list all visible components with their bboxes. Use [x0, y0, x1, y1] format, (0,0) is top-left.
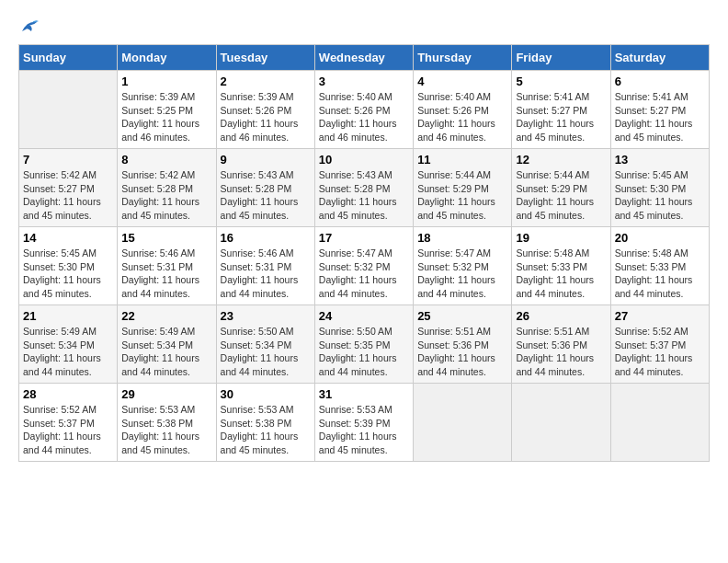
- calendar-cell: 6Sunrise: 5:41 AM Sunset: 5:27 PM Daylig…: [610, 71, 709, 149]
- day-info: Sunrise: 5:52 AM Sunset: 5:37 PM Dayligh…: [23, 403, 113, 457]
- day-number: 20: [615, 231, 705, 245]
- day-number: 27: [615, 309, 705, 323]
- day-number: 30: [221, 387, 311, 401]
- calendar-cell: 9Sunrise: 5:43 AM Sunset: 5:28 PM Daylig…: [216, 149, 314, 227]
- day-info: Sunrise: 5:45 AM Sunset: 5:30 PM Dayligh…: [615, 168, 705, 223]
- calendar-week-5: 28Sunrise: 5:52 AM Sunset: 5:37 PM Dayli…: [19, 384, 710, 462]
- calendar-cell: 10Sunrise: 5:43 AM Sunset: 5:28 PM Dayli…: [314, 149, 413, 227]
- day-number: 25: [417, 309, 507, 323]
- calendar-header-row: SundayMondayTuesdayWednesdayThursdayFrid…: [19, 45, 710, 71]
- day-number: 1: [121, 75, 211, 88]
- day-number: 21: [23, 309, 113, 323]
- calendar-cell: 20Sunrise: 5:48 AM Sunset: 5:33 PM Dayli…: [610, 227, 709, 305]
- day-info: Sunrise: 5:53 AM Sunset: 5:39 PM Dayligh…: [319, 403, 409, 457]
- calendar-cell: 28Sunrise: 5:52 AM Sunset: 5:37 PM Dayli…: [19, 384, 118, 462]
- calendar-cell: 26Sunrise: 5:51 AM Sunset: 5:36 PM Dayli…: [512, 305, 610, 384]
- day-number: 17: [319, 231, 409, 245]
- day-info: Sunrise: 5:50 AM Sunset: 5:35 PM Dayligh…: [319, 325, 409, 379]
- col-header-tuesday: Tuesday: [216, 45, 314, 71]
- calendar-cell: 16Sunrise: 5:46 AM Sunset: 5:31 PM Dayli…: [216, 227, 314, 305]
- day-info: Sunrise: 5:39 AM Sunset: 5:26 PM Dayligh…: [221, 90, 311, 144]
- calendar-cell: 14Sunrise: 5:45 AM Sunset: 5:30 PM Dayli…: [19, 227, 118, 305]
- day-info: Sunrise: 5:46 AM Sunset: 5:31 PM Dayligh…: [221, 247, 311, 301]
- day-info: Sunrise: 5:51 AM Sunset: 5:36 PM Dayligh…: [417, 325, 507, 379]
- calendar-cell: [414, 384, 512, 462]
- logo: [18, 18, 40, 35]
- logo-bird-icon: [20, 18, 40, 35]
- day-info: Sunrise: 5:44 AM Sunset: 5:29 PM Dayligh…: [417, 168, 507, 223]
- calendar-week-2: 7Sunrise: 5:42 AM Sunset: 5:27 PM Daylig…: [19, 149, 710, 227]
- day-number: 23: [221, 309, 311, 323]
- day-info: Sunrise: 5:51 AM Sunset: 5:36 PM Dayligh…: [516, 325, 606, 379]
- day-number: 13: [615, 153, 705, 167]
- calendar-cell: 15Sunrise: 5:46 AM Sunset: 5:31 PM Dayli…: [118, 227, 216, 305]
- day-number: 2: [221, 75, 311, 88]
- calendar-cell: [512, 384, 610, 462]
- col-header-thursday: Thursday: [414, 45, 512, 71]
- day-number: 11: [417, 153, 507, 167]
- calendar-week-3: 14Sunrise: 5:45 AM Sunset: 5:30 PM Dayli…: [19, 227, 710, 305]
- day-number: 7: [23, 153, 113, 167]
- day-info: Sunrise: 5:43 AM Sunset: 5:28 PM Dayligh…: [319, 168, 409, 223]
- day-number: 31: [319, 387, 409, 401]
- calendar-cell: [610, 384, 709, 462]
- calendar-cell: 1Sunrise: 5:39 AM Sunset: 5:25 PM Daylig…: [118, 71, 216, 149]
- day-info: Sunrise: 5:42 AM Sunset: 5:28 PM Dayligh…: [121, 168, 211, 223]
- calendar-cell: 21Sunrise: 5:49 AM Sunset: 5:34 PM Dayli…: [19, 305, 118, 384]
- day-info: Sunrise: 5:49 AM Sunset: 5:34 PM Dayligh…: [121, 325, 211, 379]
- day-number: 9: [221, 153, 311, 167]
- day-number: 29: [121, 387, 211, 401]
- day-info: Sunrise: 5:46 AM Sunset: 5:31 PM Dayligh…: [121, 247, 211, 301]
- day-number: 12: [516, 153, 606, 167]
- day-number: 26: [516, 309, 606, 323]
- day-info: Sunrise: 5:40 AM Sunset: 5:26 PM Dayligh…: [417, 90, 507, 144]
- calendar-cell: 7Sunrise: 5:42 AM Sunset: 5:27 PM Daylig…: [19, 149, 118, 227]
- header: [18, 18, 710, 35]
- day-info: Sunrise: 5:53 AM Sunset: 5:38 PM Dayligh…: [121, 403, 211, 457]
- calendar-cell: 2Sunrise: 5:39 AM Sunset: 5:26 PM Daylig…: [216, 71, 314, 149]
- day-number: 19: [516, 231, 606, 245]
- day-number: 5: [516, 75, 606, 88]
- col-header-wednesday: Wednesday: [314, 45, 413, 71]
- calendar-week-4: 21Sunrise: 5:49 AM Sunset: 5:34 PM Dayli…: [19, 305, 710, 384]
- calendar-table: SundayMondayTuesdayWednesdayThursdayFrid…: [18, 44, 710, 462]
- calendar-cell: 8Sunrise: 5:42 AM Sunset: 5:28 PM Daylig…: [118, 149, 216, 227]
- calendar-cell: 18Sunrise: 5:47 AM Sunset: 5:32 PM Dayli…: [414, 227, 512, 305]
- day-number: 3: [319, 75, 409, 88]
- day-number: 4: [417, 75, 507, 88]
- day-number: 6: [615, 75, 705, 88]
- day-number: 10: [319, 153, 409, 167]
- day-info: Sunrise: 5:48 AM Sunset: 5:33 PM Dayligh…: [615, 247, 705, 301]
- day-info: Sunrise: 5:47 AM Sunset: 5:32 PM Dayligh…: [417, 247, 507, 301]
- calendar-cell: 5Sunrise: 5:41 AM Sunset: 5:27 PM Daylig…: [512, 71, 610, 149]
- calendar-cell: 27Sunrise: 5:52 AM Sunset: 5:37 PM Dayli…: [610, 305, 709, 384]
- calendar-cell: 12Sunrise: 5:44 AM Sunset: 5:29 PM Dayli…: [512, 149, 610, 227]
- calendar-cell: 3Sunrise: 5:40 AM Sunset: 5:26 PM Daylig…: [314, 71, 413, 149]
- day-info: Sunrise: 5:43 AM Sunset: 5:28 PM Dayligh…: [221, 168, 311, 223]
- calendar-cell: 19Sunrise: 5:48 AM Sunset: 5:33 PM Dayli…: [512, 227, 610, 305]
- calendar-cell: 4Sunrise: 5:40 AM Sunset: 5:26 PM Daylig…: [414, 71, 512, 149]
- day-info: Sunrise: 5:45 AM Sunset: 5:30 PM Dayligh…: [23, 247, 113, 301]
- calendar-cell: 30Sunrise: 5:53 AM Sunset: 5:38 PM Dayli…: [216, 384, 314, 462]
- day-info: Sunrise: 5:49 AM Sunset: 5:34 PM Dayligh…: [23, 325, 113, 379]
- col-header-saturday: Saturday: [610, 45, 709, 71]
- day-number: 22: [121, 309, 211, 323]
- col-header-monday: Monday: [118, 45, 216, 71]
- day-info: Sunrise: 5:41 AM Sunset: 5:27 PM Dayligh…: [516, 90, 606, 144]
- day-number: 18: [417, 231, 507, 245]
- day-info: Sunrise: 5:41 AM Sunset: 5:27 PM Dayligh…: [615, 90, 705, 144]
- day-number: 14: [23, 231, 113, 245]
- day-info: Sunrise: 5:44 AM Sunset: 5:29 PM Dayligh…: [516, 168, 606, 223]
- day-info: Sunrise: 5:52 AM Sunset: 5:37 PM Dayligh…: [615, 325, 705, 379]
- calendar-cell: 24Sunrise: 5:50 AM Sunset: 5:35 PM Dayli…: [314, 305, 413, 384]
- calendar-cell: 23Sunrise: 5:50 AM Sunset: 5:34 PM Dayli…: [216, 305, 314, 384]
- col-header-sunday: Sunday: [19, 45, 118, 71]
- day-number: 24: [319, 309, 409, 323]
- calendar-cell: 31Sunrise: 5:53 AM Sunset: 5:39 PM Dayli…: [314, 384, 413, 462]
- col-header-friday: Friday: [512, 45, 610, 71]
- calendar-cell: 29Sunrise: 5:53 AM Sunset: 5:38 PM Dayli…: [118, 384, 216, 462]
- day-number: 28: [23, 387, 113, 401]
- day-number: 8: [121, 153, 211, 167]
- day-info: Sunrise: 5:53 AM Sunset: 5:38 PM Dayligh…: [221, 403, 311, 457]
- calendar-week-1: 1Sunrise: 5:39 AM Sunset: 5:25 PM Daylig…: [19, 71, 710, 149]
